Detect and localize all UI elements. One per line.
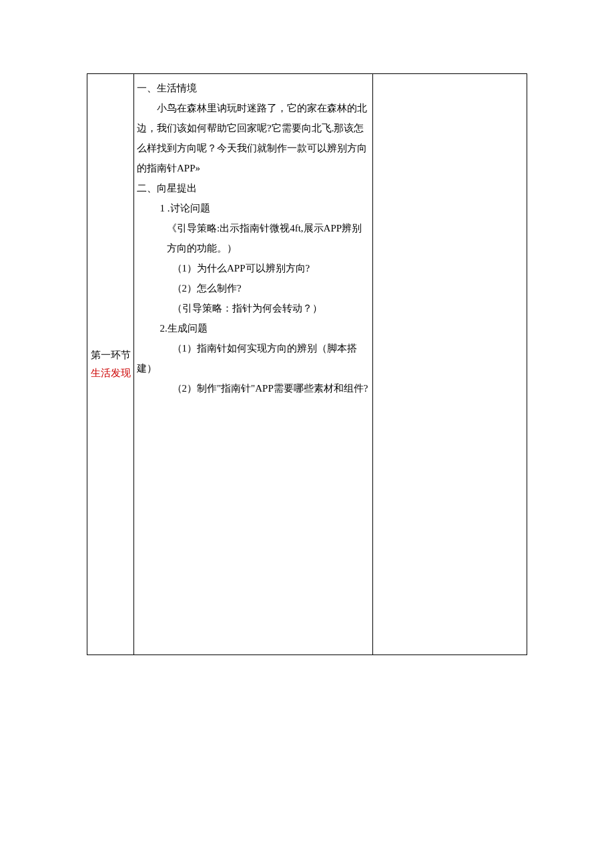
question-2-2: （2）制作"指南针"APP需要哪些素材和组件? — [137, 378, 370, 398]
stage-label-1: 第一环节 — [91, 346, 131, 364]
question-2-1: （1）指南针如何实现方向的辨别（脚本搭建） — [137, 338, 370, 378]
question-1-1: （1）为什么APP可以辨别方向? — [137, 258, 370, 278]
heading-2: 二、向星提出 — [137, 178, 370, 198]
guidance-strategy-2: （引导策略：指针为何会转动？） — [137, 298, 370, 318]
lesson-table: 第一环节 生活发现 一、生活情境 小鸟在森林里讷玩时迷路了，它的家在森林的北边，… — [87, 73, 527, 655]
content-column: 一、生活情境 小鸟在森林里讷玩时迷路了，它的家在森林的北边，我们该如何帮助它回家… — [134, 74, 373, 655]
subheading-2: 2.生成问题 — [137, 318, 370, 338]
notes-column — [373, 74, 527, 655]
question-1-2: （2）怎么制作? — [137, 278, 370, 298]
paragraph-scenario: 小鸟在森林里讷玩时迷路了，它的家在森林的北边，我们该如何帮助它回家呢?它需要向北… — [137, 98, 370, 178]
heading-1: 一、生活情境 — [137, 78, 370, 98]
guidance-strategy-1: 《引导策略:出示指南针微视4ft,展示APP辨别方向的功能。） — [137, 218, 370, 258]
stage-column: 第一环节 生活发现 — [87, 74, 134, 655]
stage-label-2: 生活发现 — [91, 364, 131, 382]
subheading-1: 1 .讨论问题 — [137, 198, 370, 218]
empty-space — [137, 398, 370, 650]
